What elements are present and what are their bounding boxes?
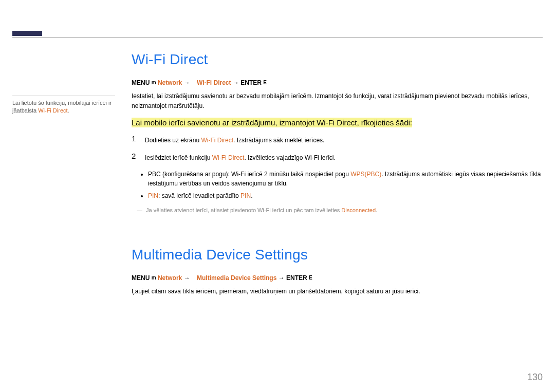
step-item: 2 Ieslēdziet ierīcē funkciju Wi-Fi Direc… <box>132 152 543 162</box>
nav-item: Multimedia Device Settings <box>197 274 276 282</box>
section1-highlight: Lai mobilo ierīci savienotu ar izstrādāj… <box>132 118 412 127</box>
sidebar-text: Lai lietotu šo funkciju, mobilajai ierīc… <box>12 99 115 115</box>
nav-menu: MENU <box>132 79 150 86</box>
step-text: Dodieties uz ekrānu Wi-Fi Direct. Izstrā… <box>145 135 324 145</box>
sidebar-note: Lai lietotu šo funkciju, mobilajai ierīc… <box>12 96 115 115</box>
section1-intro: Iestatiet, lai izstrādājumu savienotu ar… <box>132 91 543 110</box>
section1-highlight-row: Lai mobilo ierīci savienotu ar izstrādāj… <box>132 117 543 128</box>
arrow-icon: → <box>184 274 190 282</box>
step-text: Ieslēdziet ierīcē funkciju Wi-Fi Direct.… <box>145 152 336 162</box>
pin-label: PIN <box>148 192 158 199</box>
bullet-item: PBC (konfigurēšana ar pogu): Wi-Fi ierīc… <box>148 170 543 188</box>
nav-network: Network <box>158 274 182 282</box>
step-number: 1 <box>132 135 145 143</box>
nav-network: Network <box>158 79 182 86</box>
nav-e-icon: E <box>263 80 267 85</box>
top-divider <box>12 37 543 38</box>
nav-m-icon: m <box>152 275 156 281</box>
section1-title: Wi-Fi Direct <box>132 51 543 68</box>
footnote-highlight: Disconnected <box>341 207 376 213</box>
section2-nav-path: MENU m Network → Multimedia Device Setti… <box>132 274 543 282</box>
nav-item: Wi-Fi Direct <box>197 79 231 86</box>
pin-label: PIN <box>240 192 251 199</box>
step-highlight: Wi-Fi Direct <box>212 154 245 161</box>
nav-m-icon: m <box>152 80 156 85</box>
sidebar-divider <box>12 96 115 96</box>
sidebar-note-suffix: . <box>68 107 69 114</box>
arrow-icon: → <box>184 79 190 86</box>
page-tab-marker <box>12 31 42 36</box>
section1-bullets: PBC (konfigurēšana ar pogu): Wi-Fi ierīc… <box>132 170 543 200</box>
page-number: 130 <box>527 372 543 383</box>
step-number: 2 <box>132 152 145 161</box>
section1-steps: 1 Dodieties uz ekrānu Wi-Fi Direct. Izst… <box>132 135 543 162</box>
bullet-item: PIN: savā ierīcē ievadiet parādīto PIN. <box>148 191 543 200</box>
arrow-icon: → <box>279 274 285 282</box>
section2-title: Multimedia Device Settings <box>132 247 543 263</box>
step-highlight: Wi-Fi Direct <box>201 137 233 144</box>
section1-nav-path: MENU m Network → Wi-Fi Direct → ENTER E <box>132 79 543 86</box>
sidebar-note-highlight: Wi-Fi Direct <box>38 107 67 114</box>
footnote-dash: ― <box>137 207 142 213</box>
nav-menu: MENU <box>132 274 150 282</box>
arrow-icon: → <box>233 79 239 86</box>
section1-footnote: ― Ja vēlaties atvienot ierīci, atlasiet … <box>137 206 543 215</box>
section2-body: Ļaujiet citām sava tīkla ierīcēm, piemēr… <box>132 287 543 296</box>
nav-enter: ENTER <box>286 274 307 282</box>
nav-e-icon: E <box>309 275 312 281</box>
bullet-highlight: WPS(PBC) <box>350 171 381 178</box>
step-item: 1 Dodieties uz ekrānu Wi-Fi Direct. Izst… <box>132 135 543 145</box>
nav-enter: ENTER <box>240 79 262 86</box>
